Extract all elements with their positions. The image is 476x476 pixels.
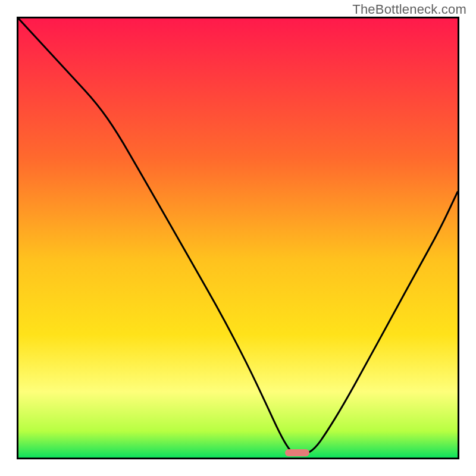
watermark-text: TheBottleneck.com <box>352 2 466 17</box>
plot-area <box>17 17 459 459</box>
gradient-background <box>18 18 458 458</box>
chart-container: TheBottleneck.com <box>0 0 476 476</box>
optimum-marker <box>285 449 309 457</box>
